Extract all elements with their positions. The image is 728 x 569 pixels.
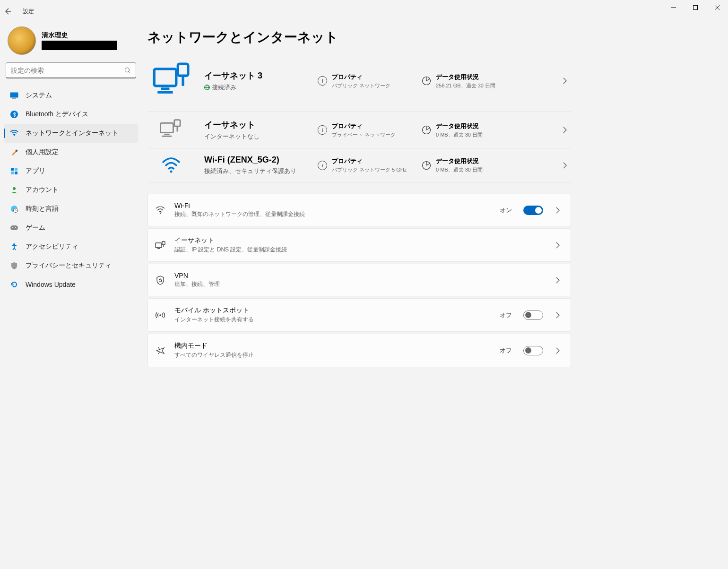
ethernet-icon — [147, 60, 195, 101]
connection-ethernet3[interactable]: イーサネット 3 接続済み i プロパティパブリック ネットワーク データ使用状… — [147, 56, 571, 112]
chevron-right-icon — [552, 312, 564, 319]
connection-status: 接続済み — [212, 83, 236, 92]
data-usage-link[interactable]: データ使用状況0 MB、過去 30 日間 — [422, 122, 549, 138]
system-icon — [9, 91, 19, 100]
info-icon: i — [318, 76, 327, 86]
data-usage-link[interactable]: データ使用状況256.21 GB、過去 30 日間 — [422, 73, 549, 89]
svg-rect-18 — [10, 225, 18, 230]
data-usage-link[interactable]: データ使用状況0 MB、過去 30 日間 — [422, 157, 549, 173]
connection-title: イーサネット — [204, 119, 308, 130]
properties-link[interactable]: i プロパティパブリック ネットワーク — [318, 73, 412, 89]
nav-list: システム Bluetooth とデバイス ネットワークとインターネット 個人用設… — [4, 86, 138, 294]
chevron-right-icon — [552, 207, 564, 214]
svg-rect-28 — [161, 123, 173, 132]
user-profile[interactable]: 清水理史 — [4, 23, 138, 62]
window-title: 設定 — [23, 8, 34, 16]
svg-point-42 — [159, 314, 161, 316]
svg-rect-6 — [10, 93, 18, 98]
update-icon — [9, 280, 19, 289]
nav-time-language[interactable]: 時刻と言語 — [4, 199, 138, 218]
nav-privacy[interactable]: プライバシーとセキュリティ — [4, 256, 138, 275]
nav-accessibility[interactable]: アクセシビリティ — [4, 237, 138, 256]
connection-title: イーサネット 3 — [204, 70, 308, 81]
search-icon — [124, 67, 131, 74]
hotspot-icon — [155, 311, 166, 319]
connection-status: インターネットなし — [204, 132, 308, 141]
setting-vpn[interactable]: VPN追加、接続、管理 — [147, 264, 571, 296]
chart-icon — [422, 76, 431, 86]
svg-line-5 — [129, 71, 131, 73]
svg-rect-13 — [11, 172, 14, 174]
toggle-state-label: オン — [500, 206, 512, 215]
properties-link[interactable]: i プロパティプライベート ネットワーク — [318, 122, 412, 138]
svg-point-9 — [14, 135, 15, 136]
setting-hotspot[interactable]: モバイル ホットスポットインターネット接続を共有する オフ — [147, 298, 571, 332]
setting-airplane[interactable]: 機内モードすべてのワイヤレス通信を停止 オフ — [147, 334, 571, 367]
titlebar: 設定 — [0, 0, 582, 23]
ethernet-small-icon — [155, 241, 166, 250]
bluetooth-icon — [9, 110, 19, 119]
info-icon: i — [318, 125, 327, 135]
svg-rect-31 — [174, 120, 180, 127]
svg-rect-25 — [178, 64, 188, 76]
svg-rect-12 — [15, 168, 17, 171]
svg-point-36 — [160, 212, 161, 213]
nav-accounts[interactable]: アカウント — [4, 181, 138, 199]
nav-bluetooth[interactable]: Bluetooth とデバイス — [4, 105, 138, 124]
svg-rect-24 — [157, 91, 173, 94]
nav-apps[interactable]: アプリ — [4, 162, 138, 181]
globe-clock-icon — [9, 204, 19, 214]
chevron-right-icon — [552, 347, 564, 354]
brush-icon — [9, 147, 19, 157]
back-button[interactable] — [4, 8, 19, 15]
accessibility-icon — [9, 242, 19, 251]
chart-icon — [422, 161, 431, 170]
connection-title: Wi-Fi (ZENX_5G-2) — [204, 155, 308, 165]
nav-windows-update[interactable]: Windows Update — [4, 275, 138, 294]
svg-point-19 — [12, 227, 13, 228]
svg-rect-22 — [154, 69, 176, 86]
page-title: ネットワークとインターネット — [147, 28, 571, 46]
connection-ethernet[interactable]: イーサネット インターネットなし i プロパティプライベート ネットワーク デー… — [147, 112, 571, 148]
chevron-right-icon — [559, 127, 571, 133]
chevron-right-icon — [559, 78, 571, 84]
ethernet-offline-icon — [147, 119, 195, 141]
globe-icon — [204, 85, 210, 90]
search-box[interactable] — [6, 62, 136, 78]
svg-rect-11 — [11, 168, 14, 171]
setting-wifi[interactable]: Wi-Fi接続、既知のネットワークの管理、従量制課金接続 オン — [147, 194, 571, 226]
main-content: ネットワークとインターネット イーサネット 3 接続済み i プロパティパブリッ… — [142, 23, 582, 455]
svg-point-34 — [170, 170, 173, 172]
nav-gaming[interactable]: ゲーム — [4, 218, 138, 237]
hotspot-toggle[interactable] — [523, 310, 543, 320]
chevron-right-icon — [559, 162, 571, 169]
nav-system[interactable]: システム — [4, 86, 138, 105]
toggle-state-label: オフ — [500, 311, 512, 319]
info-icon: i — [318, 161, 327, 170]
setting-ethernet[interactable]: イーサネット認証、IP 設定と DNS 設定、従量制課金接続 — [147, 228, 571, 262]
airplane-toggle[interactable] — [523, 346, 543, 355]
svg-rect-14 — [15, 172, 17, 174]
svg-point-21 — [13, 243, 15, 245]
connection-wifi[interactable]: Wi-Fi (ZENX_5G-2) 接続済み、セキュリティ保護あり i プロパテ… — [147, 148, 571, 182]
vpn-shield-icon — [155, 276, 166, 285]
apps-icon — [9, 166, 19, 176]
svg-rect-7 — [12, 98, 16, 99]
avatar — [8, 26, 36, 55]
user-email-redacted — [42, 41, 117, 50]
chart-icon — [422, 125, 431, 135]
svg-rect-23 — [161, 87, 170, 90]
properties-link[interactable]: i プロパティパブリック ネットワーク 5 GHz — [318, 157, 412, 173]
svg-point-15 — [13, 187, 16, 190]
svg-rect-38 — [157, 248, 160, 249]
svg-rect-30 — [162, 136, 172, 137]
toggle-state-label: オフ — [500, 346, 512, 355]
svg-rect-41 — [159, 280, 162, 282]
search-input[interactable] — [11, 67, 124, 74]
nav-network[interactable]: ネットワークとインターネット — [4, 124, 138, 143]
svg-rect-37 — [156, 243, 162, 248]
svg-point-4 — [125, 68, 130, 72]
wifi-toggle[interactable] — [523, 206, 543, 215]
nav-personalization[interactable]: 個人用設定 — [4, 143, 138, 162]
sidebar: 清水理史 システム Bluetooth とデバイス ネットワークとインターネット… — [0, 23, 142, 455]
